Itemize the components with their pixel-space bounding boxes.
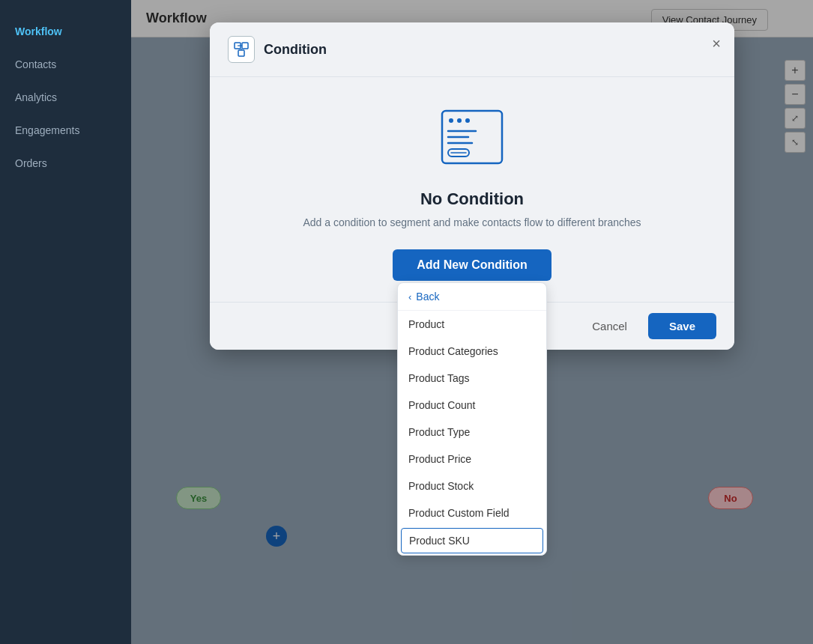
no-condition-illustration [435, 100, 510, 174]
save-button[interactable]: Save [648, 313, 716, 339]
dropdown-item-product-custom-field[interactable]: Product Custom Field [398, 499, 546, 526]
svg-point-7 [457, 118, 462, 123]
modal-body: No Condition Add a condition to segment … [210, 77, 734, 302]
svg-point-8 [465, 118, 470, 123]
condition-modal: Condition × No Condition Add a condition… [210, 22, 734, 350]
condition-icon [233, 41, 250, 58]
dropdown-item-product-sku[interactable]: Product SKU [401, 528, 543, 553]
sidebar-item-orders[interactable]: Orders [0, 147, 131, 180]
dropdown-item-product-stock[interactable]: Product Stock [398, 473, 546, 499]
sidebar-item-analytics[interactable]: Analytics [0, 81, 131, 114]
sidebar-item-contacts[interactable]: Contacts [0, 48, 131, 81]
dropdown-item-product-categories[interactable]: Product Categories [398, 338, 546, 365]
svg-rect-2 [238, 50, 244, 56]
no-condition-title: No Condition [420, 189, 524, 209]
cancel-button[interactable]: Cancel [580, 314, 639, 338]
modal-icon-box [228, 36, 255, 63]
sidebar-item-workflow[interactable]: Workflow [0, 15, 131, 48]
condition-dropdown: ‹ Back Product Product Categories Produc… [397, 282, 547, 556]
svg-point-6 [449, 118, 453, 123]
dropdown-item-product-count[interactable]: Product Count [398, 392, 546, 419]
back-chevron-icon: ‹ [408, 291, 411, 303]
dropdown-item-product-tags[interactable]: Product Tags [398, 365, 546, 392]
add-condition-container: Add New Condition ‹ Back Product Product… [393, 249, 551, 281]
main-area: Workflow View Contact Journey + − ⤢ ⤡ Ye… [131, 0, 813, 644]
dropdown-item-product-type[interactable]: Product Type [398, 419, 546, 446]
modal-header: Condition × [210, 22, 734, 77]
modal-close-button[interactable]: × [712, 36, 721, 51]
add-new-condition-button[interactable]: Add New Condition [393, 249, 551, 281]
no-condition-desc: Add a condition to segment and make cont… [303, 216, 641, 228]
sidebar: Workflow Contacts Analytics Engagements … [0, 0, 131, 644]
modal-title: Condition [264, 42, 327, 58]
sidebar-item-engagements[interactable]: Engagements [0, 114, 131, 147]
dropdown-back-button[interactable]: ‹ Back [398, 283, 546, 311]
dropdown-item-product-price[interactable]: Product Price [398, 446, 546, 473]
svg-rect-1 [242, 43, 248, 49]
dropdown-item-product[interactable]: Product [398, 311, 546, 338]
